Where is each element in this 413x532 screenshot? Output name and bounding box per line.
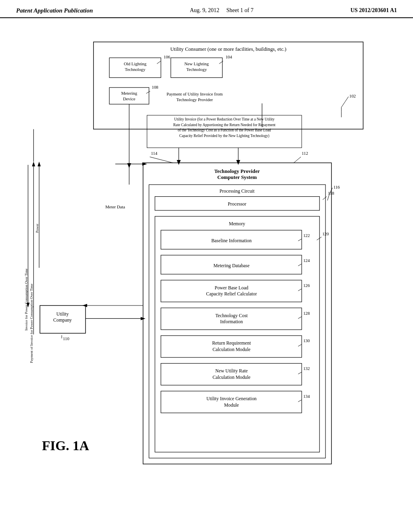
- svg-text:118: 118: [328, 191, 334, 195]
- svg-text:Metering Database: Metering Database: [213, 263, 249, 268]
- svg-marker-93: [32, 162, 35, 166]
- svg-text:116: 116: [334, 185, 340, 189]
- svg-text:New Lighting: New Lighting: [184, 61, 209, 66]
- svg-text:Technology Provider: Technology Provider: [176, 97, 213, 102]
- svg-line-27: [150, 157, 173, 163]
- svg-text:Meter Data: Meter Data: [105, 204, 125, 209]
- svg-text:Old Lighting: Old Lighting: [124, 61, 147, 66]
- svg-text:104: 104: [225, 54, 232, 59]
- svg-line-41: [323, 197, 327, 200]
- svg-text:126: 126: [303, 283, 310, 288]
- svg-text:New Utility Rate: New Utility Rate: [215, 368, 248, 374]
- date-label: Aug. 9, 2012: [190, 7, 219, 13]
- svg-line-75: [298, 372, 302, 374]
- svg-line-65: [298, 317, 302, 319]
- svg-line-47: [317, 237, 321, 240]
- svg-text:120: 120: [322, 231, 329, 236]
- patent-diagram: text { font-family: 'Times New Roman', T…: [16, 26, 397, 490]
- svg-text:Rate Calculated by Apportionin: Rate Calculated by Apportioning the Retu…: [173, 123, 276, 127]
- sheet-label: Sheet 1 of 7: [226, 7, 253, 13]
- svg-rect-44: [155, 216, 319, 452]
- svg-marker-33: [236, 160, 240, 165]
- svg-text:Utility Consumer (one or more : Utility Consumer (one or more facilities…: [170, 46, 286, 52]
- svg-text:132: 132: [303, 366, 310, 371]
- date-sheet-label: Aug. 9, 2012 Sheet 1 of 7: [190, 7, 254, 14]
- svg-text:Computer System: Computer System: [217, 175, 257, 180]
- svg-text:102: 102: [349, 94, 356, 98]
- svg-line-17: [146, 91, 150, 94]
- svg-line-80: [298, 400, 302, 402]
- svg-text:Utility: Utility: [56, 311, 69, 317]
- svg-text:Technology Cost: Technology Cost: [215, 313, 248, 318]
- svg-text:110: 110: [63, 336, 69, 341]
- svg-text:Calculation Module: Calculation Module: [213, 347, 250, 352]
- svg-text:Return Requirement: Return Requirement: [212, 340, 251, 346]
- svg-text:Power: Power: [35, 224, 39, 233]
- patent-number-label: US 2012/203601 A1: [350, 7, 397, 14]
- svg-text:114: 114: [151, 151, 157, 156]
- fig-label-text: FIG. 1A: [42, 438, 89, 453]
- svg-text:Information: Information: [220, 319, 243, 324]
- svg-line-51: [298, 239, 302, 241]
- svg-text:of the Technology Cost as a Fu: of the Technology Cost as a Function of …: [178, 128, 271, 132]
- diagram-area: text { font-family: 'Times New Roman', T…: [0, 18, 413, 498]
- svg-marker-31: [177, 160, 181, 165]
- page-header: Patent Application Publication Aug. 9, 2…: [0, 0, 413, 18]
- svg-text:Processing Circuit: Processing Circuit: [219, 188, 255, 194]
- svg-line-29: [294, 157, 301, 163]
- svg-text:Capacity Relief Calculator: Capacity Relief Calculator: [206, 291, 257, 297]
- svg-text:124: 124: [303, 258, 310, 263]
- svg-text:Memory: Memory: [229, 221, 245, 227]
- svg-text:Power Base Load: Power Base Load: [215, 285, 248, 291]
- svg-text:Module: Module: [224, 402, 239, 408]
- svg-text:Technology: Technology: [186, 67, 207, 72]
- svg-text:Utility Invoice (for a Power R: Utility Invoice (for a Power Reduction O…: [174, 117, 275, 122]
- svg-text:130: 130: [303, 338, 310, 343]
- svg-text:Technology: Technology: [125, 67, 146, 72]
- svg-line-70: [298, 344, 302, 346]
- svg-line-60: [298, 289, 302, 291]
- svg-text:Payment of Invoice for Power C: Payment of Invoice for Power Consumption…: [29, 284, 33, 363]
- svg-marker-101: [82, 304, 87, 307]
- publication-label: Patent Application Publication: [16, 7, 93, 14]
- svg-text:Metering: Metering: [121, 91, 137, 96]
- svg-text:106: 106: [164, 54, 171, 59]
- svg-text:Processor: Processor: [228, 201, 246, 207]
- svg-text:Company: Company: [53, 317, 72, 323]
- svg-text:Utility Invoice Generation: Utility Invoice Generation: [206, 396, 257, 401]
- svg-text:Calculation Module: Calculation Module: [213, 374, 250, 380]
- svg-text:Baseline Information: Baseline Information: [211, 238, 252, 243]
- svg-text:Capacity Relief Provided by th: Capacity Relief Provided by the New Ligh…: [179, 134, 269, 138]
- svg-text:128: 128: [303, 311, 310, 316]
- svg-line-6: [157, 61, 161, 64]
- svg-line-55: [298, 264, 302, 266]
- svg-text:122: 122: [303, 233, 310, 238]
- svg-text:112: 112: [302, 151, 308, 156]
- svg-text:Invoice for Power Consumption : Invoice for Power Consumption Over Time: [24, 268, 28, 330]
- svg-text:Technology Provider: Technology Provider: [214, 168, 260, 174]
- svg-text:Device: Device: [123, 96, 136, 101]
- svg-text:134: 134: [303, 394, 310, 399]
- svg-text:108: 108: [152, 85, 158, 89]
- svg-text:Payment of Utility Invoice fro: Payment of Utility Invoice from: [167, 91, 223, 96]
- svg-marker-97: [38, 162, 41, 166]
